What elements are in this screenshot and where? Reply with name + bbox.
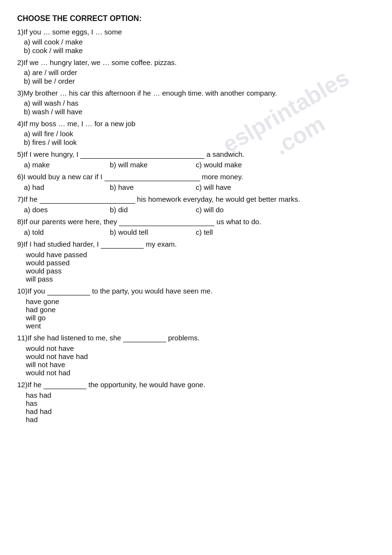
option-1a: a) will cook / make — [24, 38, 375, 46]
question-2: 2)If we … hungry later, we … some coffee… — [17, 58, 375, 66]
option-11b: would not have had — [26, 352, 375, 360]
option-11c: will not have — [26, 360, 375, 369]
option-12a: has had — [26, 391, 375, 399]
option-10c: will go — [26, 314, 375, 322]
option-12d: had — [26, 415, 375, 424]
option-5-inline: a) make b) will make c) would make — [24, 161, 375, 169]
question-9: 9)If I had studied harder, I my exam. — [17, 240, 375, 249]
option-3a: a) will wash / has — [24, 99, 375, 107]
question-6: 6)I would buy a new car if I more money. — [17, 173, 375, 181]
question-8: 8)If our parents were here, they us what… — [17, 218, 375, 226]
option-9a: would have passed — [26, 250, 375, 259]
option-3b: b) wash / will have — [24, 108, 375, 116]
question-7: 7)If he his homework everyday, he would … — [17, 195, 375, 204]
option-6-inline: a) had b) have c) will have — [24, 183, 375, 191]
option-4b: b) fires / will look — [24, 138, 375, 146]
option-12c: had had — [26, 407, 375, 415]
option-2a: a) are / will order — [24, 68, 375, 76]
question-5: 5)If I were hungry, I a sandwich. — [17, 150, 375, 159]
option-12b: has — [26, 399, 375, 407]
question-10: 10)If you to the party, you would have s… — [17, 287, 375, 295]
title: CHOOSE THE CORRECT OPTION: — [17, 14, 375, 23]
option-11a: would not have — [26, 344, 375, 352]
option-11d: would not had — [26, 369, 375, 377]
option-9b: would passed — [26, 259, 375, 267]
question-3: 3)My brother … his car this afternoon if… — [17, 89, 375, 97]
question-12: 12)If he the opportunity, he would have … — [17, 381, 375, 389]
option-10d: went — [26, 322, 375, 330]
option-4a: a) will fire / look — [24, 130, 375, 138]
option-7-inline: a) does b) did c) will do — [24, 206, 375, 214]
question-4: 4)If my boss … me, I … for a new job — [17, 120, 375, 128]
question-11: 11)If she had listened to me, she proble… — [17, 334, 375, 342]
option-2b: b) will be / order — [24, 77, 375, 85]
option-9c: would pass — [26, 267, 375, 275]
option-10a: have gone — [26, 297, 375, 305]
option-8-inline: a) told b) would tell c) tell — [24, 228, 375, 236]
option-10b: had gone — [26, 305, 375, 314]
option-1b: b) cook / will make — [24, 46, 375, 54]
question-1: 1)If you … some eggs, I … some — [17, 28, 375, 36]
option-9d: will pass — [26, 275, 375, 283]
